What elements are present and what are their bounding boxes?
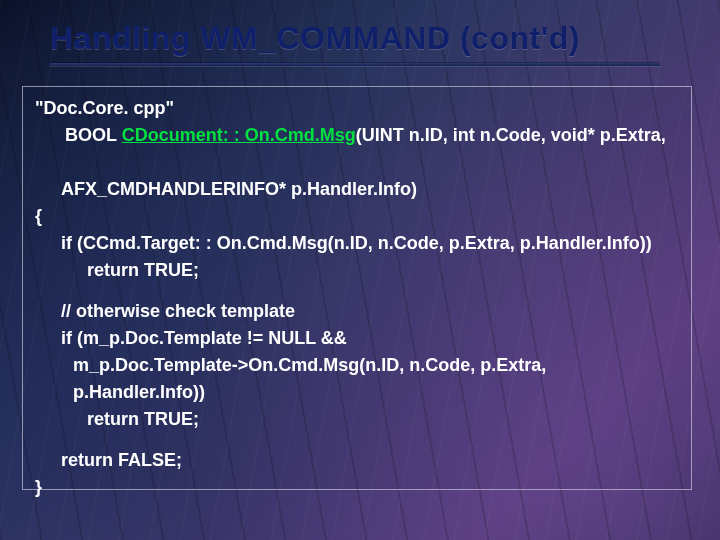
title-underline: [50, 63, 660, 66]
code-text: BOOL: [65, 125, 122, 145]
code-line-10: return TRUE;: [35, 406, 679, 433]
code-line-9: m_p.Doc.Template->On.Cmd.Msg(n.ID, n.Cod…: [35, 352, 679, 406]
code-line-4: {: [35, 206, 42, 226]
code-line-1: "Doc.Core. cpp": [35, 98, 174, 118]
slide: Handling WM_COMMAND (cont'd) "Doc.Core. …: [0, 0, 720, 540]
code-line-3: AFX_CMDHANDLERINFO* p.Handler.Info): [35, 176, 679, 203]
code-line-7: // otherwise check template: [35, 298, 679, 325]
code-line-6: return TRUE;: [35, 257, 679, 284]
code-identifier-cdocument: CDocument: : On.Cmd.Msg: [122, 125, 356, 145]
code-line-5: if (CCmd.Target: : On.Cmd.Msg(n.ID, n.Co…: [35, 230, 679, 257]
code-line-2: BOOL CDocument: : On.Cmd.Msg(UINT n.ID, …: [35, 125, 666, 172]
code-line-8: if (m_p.Doc.Template != NULL &&: [35, 325, 679, 352]
code-line-11: return FALSE;: [35, 447, 679, 474]
blank-line: [35, 433, 679, 447]
slide-title: Handling WM_COMMAND (cont'd): [50, 20, 690, 57]
code-line-12: }: [35, 477, 42, 497]
code-box: "Doc.Core. cpp" BOOL CDocument: : On.Cmd…: [22, 86, 692, 490]
code-text: (UINT n.ID, int n.Code, void* p.Extra,: [356, 125, 666, 145]
blank-line: [35, 284, 679, 298]
